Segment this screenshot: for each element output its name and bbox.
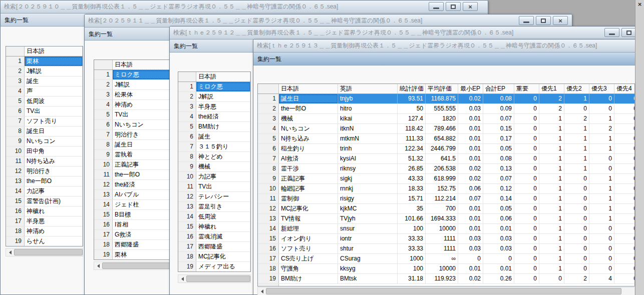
stat-eval-cell[interactable]: 127.4 bbox=[398, 114, 426, 124]
avg-eval-cell[interactable]: 10000 bbox=[426, 224, 458, 234]
priority3-cell[interactable]: 0 bbox=[589, 104, 614, 114]
row-number-cell[interactable]: 12 bbox=[258, 204, 279, 214]
japanese-cell[interactable]: 松果体 bbox=[113, 90, 171, 100]
row-number-cell[interactable]: 16 bbox=[6, 206, 25, 216]
titlebar[interactable]: 検索[ｔｈｅ２５９１３＿＿質量制御再現公表１．５＿＿ジェド霊界ラジオ再現０．５５… bbox=[253, 40, 643, 52]
priority2-cell[interactable]: 0 bbox=[564, 214, 589, 224]
table-row[interactable]: 8 誕生日 bbox=[6, 126, 83, 136]
japanese-cell[interactable]: 神清め bbox=[25, 226, 83, 236]
row-number-cell[interactable]: 7 bbox=[178, 142, 196, 152]
row-number-cell[interactable]: 7 bbox=[6, 116, 25, 126]
priority1-cell[interactable]: 0 bbox=[539, 274, 564, 284]
table-row[interactable]: 12 テレパシー bbox=[178, 192, 250, 202]
priority1-cell[interactable]: 2 bbox=[539, 94, 564, 104]
japanese-cell[interactable]: N持ち込み bbox=[279, 134, 338, 144]
priority2-cell[interactable]: 0 bbox=[564, 184, 589, 194]
japanese-cell[interactable]: ミロク悪 bbox=[113, 70, 171, 80]
japanese-cell[interactable]: Nいちコン bbox=[113, 120, 171, 130]
column-header-priority4[interactable]: 優先4 bbox=[614, 84, 635, 94]
priority3-cell[interactable]: 0 bbox=[589, 154, 614, 164]
priority3-cell[interactable]: 4 bbox=[589, 274, 614, 284]
min-ep-cell[interactable]: 0.02 bbox=[458, 174, 483, 184]
priority1-cell[interactable]: 1 bbox=[539, 264, 564, 274]
total-ep-cell[interactable]: 0.05 bbox=[483, 144, 514, 154]
row-number-cell[interactable]: 16 bbox=[258, 244, 279, 254]
table-row[interactable]: 6 TV出 bbox=[6, 106, 83, 116]
column-header-min-ep[interactable]: 最小EP bbox=[458, 84, 483, 94]
japanese-cell[interactable]: J解説 bbox=[113, 80, 171, 90]
japanese-cell[interactable]: CS売り上げ bbox=[279, 254, 338, 264]
column-header-japanese[interactable]: 日本語 bbox=[279, 84, 338, 94]
priority2-cell[interactable]: 2 bbox=[564, 274, 589, 284]
important-cell[interactable]: 0 bbox=[514, 264, 539, 274]
min-ep-cell[interactable]: 0.01 bbox=[458, 134, 483, 144]
priority3-cell[interactable]: 1 bbox=[589, 204, 614, 214]
priority1-cell[interactable]: 1 bbox=[539, 194, 564, 204]
table-row[interactable]: 16 霊魂消滅 bbox=[178, 232, 250, 242]
japanese-cell[interactable]: 機械 bbox=[196, 162, 250, 172]
restore-button[interactable] bbox=[621, 28, 636, 37]
row-number-cell[interactable]: 14 bbox=[6, 186, 25, 196]
row-number-cell[interactable]: 17 bbox=[178, 242, 196, 252]
important-cell[interactable]: 0 bbox=[514, 154, 539, 164]
table-row[interactable]: 2 J解説 bbox=[6, 66, 83, 76]
priority2-cell[interactable]: 1 bbox=[564, 164, 589, 174]
min-ep-cell[interactable]: 0.01 bbox=[458, 204, 483, 214]
priority4-cell[interactable]: 0 bbox=[614, 144, 635, 154]
avg-eval-cell[interactable]: 1111 bbox=[426, 234, 458, 244]
priority2-cell[interactable]: 0 bbox=[564, 204, 589, 214]
priority1-cell[interactable]: 1 bbox=[539, 164, 564, 174]
japanese-cell[interactable]: 神清め bbox=[113, 100, 171, 110]
scrollbar-thumb[interactable] bbox=[14, 249, 83, 256]
avg-eval-cell[interactable]: 2446.799 bbox=[426, 144, 458, 154]
table-row[interactable]: 1 ミロク悪 bbox=[178, 82, 250, 92]
close-button[interactable]: × bbox=[463, 2, 478, 11]
japanese-cell[interactable]: 正義記事 bbox=[113, 160, 171, 170]
row-number-cell[interactable]: 14 bbox=[258, 224, 279, 234]
priority2-cell[interactable]: 1 bbox=[564, 134, 589, 144]
english-cell[interactable]: riknsy bbox=[338, 164, 398, 174]
row-number-cell[interactable]: 1 bbox=[178, 82, 196, 92]
table-row[interactable]: 2 the一郎O hitro 50 555.555 0.03 0.09 0 2 … bbox=[258, 104, 635, 114]
english-cell[interactable]: itknN bbox=[338, 124, 398, 134]
important-cell[interactable]: 0 bbox=[514, 214, 539, 224]
priority3-cell[interactable]: 0 bbox=[589, 224, 614, 234]
table-row[interactable]: 7 AI救済 kysiAI 51.32 641.5 0.01 0.08 0 1 … bbox=[258, 154, 635, 164]
table-row[interactable]: 9 霊執着 bbox=[94, 150, 171, 160]
japanese-cell[interactable]: 新総理 bbox=[279, 224, 338, 234]
priority3-cell[interactable]: 1 bbox=[589, 134, 614, 144]
priority3-cell[interactable]: 1 bbox=[589, 114, 614, 124]
table-row[interactable]: 10 輪廻記事 rnnkj 18.33 152.75 0.06 0.12 0 1… bbox=[258, 184, 635, 194]
table-row[interactable]: 3 誕生 bbox=[6, 76, 83, 86]
japanese-cell[interactable]: AIバブル bbox=[113, 190, 171, 200]
column-header-japanese[interactable]: 日本語 bbox=[113, 60, 171, 70]
row-number-cell[interactable]: 9 bbox=[258, 174, 279, 184]
english-cell[interactable]: kikai bbox=[338, 114, 398, 124]
japanese-cell[interactable]: 輪廻記事 bbox=[279, 184, 338, 194]
important-cell[interactable]: 0 bbox=[514, 204, 539, 214]
priority4-cell[interactable]: 0 bbox=[614, 104, 635, 114]
priority4-cell[interactable]: 0 bbox=[614, 244, 635, 254]
japanese-cell[interactable]: J解説 bbox=[196, 92, 250, 102]
row-number-cell[interactable]: 18 bbox=[6, 226, 25, 236]
total-ep-cell[interactable]: 0.03 bbox=[483, 234, 514, 244]
priority1-cell[interactable]: 1 bbox=[539, 234, 564, 244]
min-ep-cell[interactable]: 0.01 bbox=[458, 224, 483, 234]
priority1-cell[interactable]: 1 bbox=[539, 114, 564, 124]
important-cell[interactable]: 0 bbox=[514, 134, 539, 144]
english-cell[interactable]: sigkj bbox=[338, 174, 398, 184]
row-number-cell[interactable]: 1 bbox=[94, 70, 113, 80]
row-number-cell[interactable]: 2 bbox=[178, 92, 196, 102]
stat-eval-cell[interactable]: 50 bbox=[398, 104, 426, 114]
row-number-cell[interactable]: 13 bbox=[94, 190, 113, 200]
japanese-cell[interactable]: 誕生日 bbox=[279, 94, 338, 104]
row-number-cell[interactable]: 8 bbox=[258, 164, 279, 174]
avg-eval-cell[interactable]: 618.999 bbox=[426, 174, 458, 184]
stat-eval-cell[interactable]: 93.51 bbox=[398, 94, 426, 104]
table-row[interactable]: 2 J解説 bbox=[94, 80, 171, 90]
english-cell[interactable]: snsur bbox=[338, 224, 398, 234]
table-row[interactable]: 5 TV出 bbox=[94, 110, 171, 120]
row-number-cell[interactable]: 5 bbox=[6, 96, 25, 106]
priority1-cell[interactable]: 2 bbox=[539, 104, 564, 114]
english-cell[interactable]: TVjyh bbox=[338, 214, 398, 224]
